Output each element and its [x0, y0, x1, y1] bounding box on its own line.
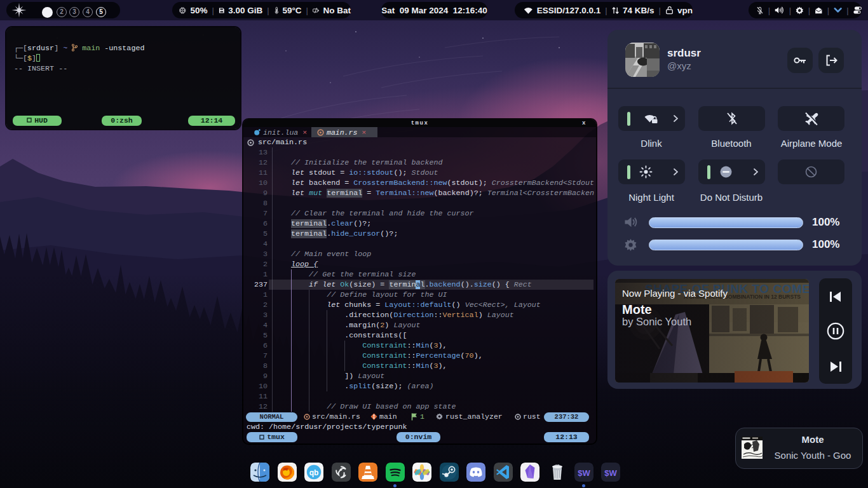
svg-text:qb: qb — [309, 468, 319, 477]
svg-text:$W: $W — [604, 468, 617, 478]
svg-text:$W: $W — [578, 468, 590, 478]
